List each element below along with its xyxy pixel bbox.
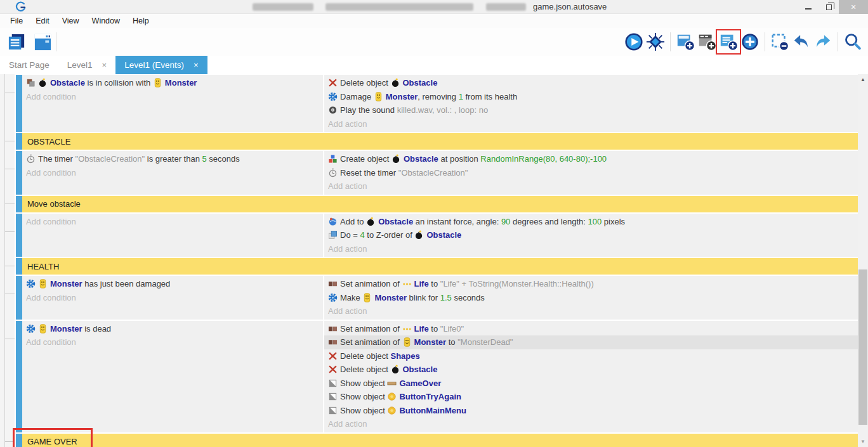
debug-icon[interactable] [645, 32, 666, 52]
group-selection-bar[interactable] [16, 258, 22, 275]
add-condition[interactable]: Add condition [22, 166, 323, 180]
events-sheet: Obstacle is in collision with MonsterAdd… [0, 74, 868, 447]
event-text-text: Do = [340, 230, 360, 240]
add-condition[interactable]: Add condition [22, 291, 323, 305]
event-text-text: to Z-order of [365, 230, 415, 240]
project-manager-icon[interactable] [6, 32, 27, 52]
bomb-icon [391, 78, 400, 87]
tree-tick [5, 93, 15, 93]
menu-item-view[interactable]: View [56, 16, 86, 25]
show-icon [328, 379, 338, 388]
action-line[interactable]: Show object ButtonTryAgain [324, 390, 858, 404]
group-header[interactable]: Move obstacle [22, 196, 858, 212]
condition-line[interactable]: Obstacle is in collision with Monster [22, 76, 323, 90]
event-selection-bar[interactable] [16, 276, 22, 320]
monster-icon [362, 293, 372, 302]
action-line[interactable]: Add to Obstacle an instant force, angle:… [324, 215, 858, 229]
close-button[interactable]: × [839, 0, 868, 14]
menu-item-window[interactable]: Window [86, 16, 126, 25]
tab-close-icon[interactable]: × [102, 60, 107, 70]
vertical-scrollbar[interactable]: ▲ ▼ [858, 74, 868, 447]
scroll-down-button[interactable]: ▼ [858, 436, 868, 447]
health-icon [26, 279, 36, 288]
action-line[interactable]: Reset the timer "ObstacleCreation" [324, 166, 858, 180]
menu-item-file[interactable]: File [4, 16, 29, 25]
delete-selection-icon[interactable] [770, 32, 790, 52]
event-text-object: ButtonMainMenu [399, 406, 466, 415]
group-header[interactable]: OBSTACLE [22, 133, 858, 150]
minimize-button[interactable] [798, 0, 819, 14]
add-action[interactable]: Add action [324, 117, 858, 131]
tab-level1-events-[interactable]: Level1 (Events)× [115, 56, 207, 74]
event-text-value: 5 [202, 154, 207, 164]
add-action[interactable]: Add action [324, 242, 858, 256]
add-condition[interactable]: Add condition [22, 90, 323, 104]
action-line[interactable]: Delete object Obstacle [324, 76, 858, 90]
group-selection-bar[interactable] [16, 133, 22, 150]
group-label: GAME OVER [27, 437, 77, 446]
event-selection-bar[interactable] [16, 321, 22, 432]
action-line[interactable]: Set animation of Life to "Life" + ToStri… [324, 277, 858, 291]
scene-editor-icon[interactable] [32, 32, 53, 52]
action-line[interactable]: Set animation of Life to "Life0" [324, 322, 858, 336]
action-line[interactable]: Set animation of Monster to "MonsterDead… [324, 335, 858, 349]
tab-start-page[interactable]: Start Page [0, 56, 58, 74]
action-line[interactable]: Create object Obstacle at position Rando… [324, 152, 858, 166]
menu-item-edit[interactable]: Edit [29, 16, 56, 25]
group-selection-bar[interactable] [16, 196, 22, 212]
add-action[interactable]: Add action [324, 179, 858, 193]
play-icon[interactable] [624, 32, 644, 52]
tree-tick [5, 231, 15, 232]
event-text-object: Monster [414, 337, 447, 347]
event-text-string: "MonsterDead" [457, 337, 513, 347]
undo-icon[interactable] [791, 32, 812, 52]
event-selection-bar[interactable] [16, 75, 22, 132]
add-condition[interactable]: Add condition [22, 335, 323, 349]
redo-icon[interactable] [813, 32, 833, 52]
add-comment-icon[interactable] [718, 32, 739, 52]
conditions-column: Add condition [22, 214, 323, 257]
condition-line[interactable]: The timer "ObstacleCreation" is greater … [22, 152, 323, 166]
group-selection-bar[interactable] [16, 434, 22, 447]
add-action[interactable]: Add action [324, 417, 858, 431]
event-text-text: The timer [38, 154, 76, 164]
scroll-thumb[interactable] [858, 269, 867, 425]
search-icon[interactable] [843, 32, 863, 52]
event-text-text: Show object [340, 379, 387, 388]
add-subevent-icon[interactable] [697, 32, 717, 52]
group-header[interactable]: HEALTH [22, 258, 858, 275]
menu-item-help[interactable]: Help [126, 16, 155, 25]
add-action[interactable]: Add action [324, 304, 858, 318]
toolbar-separator [838, 32, 838, 51]
action-line[interactable]: Show object ButtonMainMenu [324, 404, 858, 418]
tab-level1[interactable]: Level1× [58, 56, 115, 74]
event-text-text: Play the sound [340, 105, 397, 115]
tab-close-icon[interactable]: × [194, 60, 199, 70]
group-header[interactable]: GAME OVER [22, 434, 858, 447]
add-event-icon[interactable] [675, 32, 695, 52]
action-line[interactable]: Show object GameOver [324, 377, 858, 391]
add-circle-icon[interactable] [740, 32, 760, 52]
action-line[interactable]: Make Monster blink for 1.5 seconds [324, 291, 858, 305]
scroll-up-button[interactable]: ▲ [858, 74, 868, 85]
conditions-column: Monster has just been damagedAdd conditi… [22, 276, 323, 320]
action-line[interactable]: Play the sound killed.wav, vol.: , loop:… [324, 103, 858, 117]
event-text-object: Shapes [391, 351, 420, 361]
condition-line[interactable]: Monster is dead [22, 322, 323, 336]
gameover-icon [387, 379, 397, 388]
event-selection-bar[interactable] [16, 214, 22, 257]
event-text-text: Make [340, 293, 362, 302]
add-condition[interactable]: Add condition [22, 215, 323, 229]
title-bar: game.json.autosave × [0, 0, 868, 14]
restore-button[interactable] [819, 0, 839, 14]
condition-line[interactable]: Monster has just been damaged [22, 277, 323, 291]
action-line[interactable]: Damage Monster, removing 1 from its heal… [324, 90, 858, 104]
action-line[interactable]: Delete object Shapes [324, 349, 858, 363]
event-text-text: Reset the timer [340, 168, 398, 178]
action-line[interactable]: Do = 4 to Z-order of Obstacle [324, 228, 858, 242]
monster-icon [38, 279, 48, 288]
event-text-text: to [429, 324, 440, 334]
life-icon [402, 324, 412, 334]
event-selection-bar[interactable] [16, 151, 22, 195]
action-line[interactable]: Delete object Obstacle [324, 363, 858, 377]
